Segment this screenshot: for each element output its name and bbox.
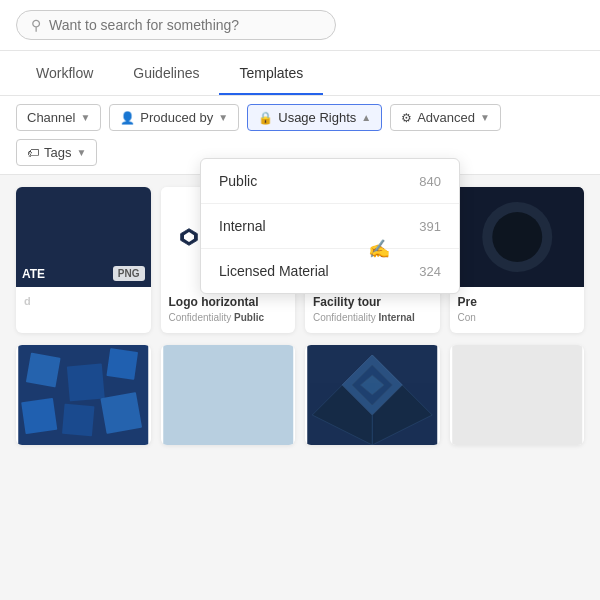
svg-rect-19 [100, 392, 142, 434]
svg-rect-28 [452, 345, 582, 445]
filter-channel[interactable]: Channel ▼ [16, 104, 101, 131]
card3-title: Facility tour [313, 295, 432, 309]
search-input[interactable] [49, 17, 321, 33]
card-pyramid[interactable] [305, 345, 440, 445]
filter-advanced[interactable]: ⚙ Advanced ▼ [390, 104, 501, 131]
advanced-icon: ⚙ [401, 111, 412, 125]
channel-label: Channel [27, 110, 75, 125]
svg-rect-20 [163, 345, 293, 445]
card-blue-cubes[interactable] [16, 345, 151, 445]
card-white-partial[interactable] [450, 345, 585, 445]
svg-rect-16 [106, 348, 138, 380]
tab-workflow[interactable]: Workflow [16, 51, 113, 95]
card4-meta: Con [458, 312, 577, 323]
card-partial-right[interactable]: Pre Con [450, 187, 585, 333]
card2-meta: Confidentiality Public [169, 312, 288, 323]
person-icon: 👤 [120, 111, 135, 125]
produced-by-label: Produced by [140, 110, 213, 125]
card-badge-png: PNG [113, 266, 145, 281]
tags-label: Tags [44, 145, 71, 160]
dropdown-item-internal[interactable]: Internal 391 [201, 204, 459, 249]
filter-tags[interactable]: 🏷 Tags ▼ [16, 139, 97, 166]
card4-thumb [450, 187, 585, 287]
lock-icon: 🔒 [258, 111, 273, 125]
card1-title: d [24, 295, 143, 307]
card-partial-left[interactable]: ATE PNG d [16, 187, 151, 333]
fabricate-icon [179, 227, 199, 247]
search-icon: ⚲ [31, 17, 41, 33]
channel-chevron-icon: ▼ [80, 112, 90, 123]
filter-produced-by[interactable]: 👤 Produced by ▼ [109, 104, 239, 131]
blue-cubes-image [16, 345, 151, 445]
tag-icon: 🏷 [27, 146, 39, 160]
card4-title: Pre [458, 295, 577, 309]
usage-rights-dropdown: Public 840 Internal 391 Licensed Materia… [200, 158, 460, 294]
svg-rect-15 [67, 363, 105, 401]
card-empty-blue[interactable] [161, 345, 296, 445]
usage-rights-label: Usage Rights [278, 110, 356, 125]
filter-usage-rights[interactable]: 🔒 Usage Rights ▲ [247, 104, 382, 131]
tags-chevron-icon: ▼ [76, 147, 86, 158]
content-grid-row2 [0, 345, 600, 457]
dropdown-item-internal-label: Internal [219, 218, 266, 234]
white-partial-image [450, 345, 585, 445]
search-bar: ⚲ [0, 0, 600, 51]
svg-point-12 [492, 212, 542, 262]
advanced-label: Advanced [417, 110, 475, 125]
dropdown-item-licensed-label: Licensed Material [219, 263, 329, 279]
nav-tabs: Workflow Guidelines Templates [0, 51, 600, 96]
svg-rect-17 [21, 398, 57, 434]
tab-templates[interactable]: Templates [219, 51, 323, 95]
produced-by-chevron-icon: ▼ [218, 112, 228, 123]
card3-meta: Confidentiality Internal [313, 312, 432, 323]
dropdown-item-licensed-material[interactable]: Licensed Material 324 [201, 249, 459, 293]
dropdown-item-internal-count: 391 [419, 219, 441, 234]
tab-guidelines[interactable]: Guidelines [113, 51, 219, 95]
dropdown-item-public[interactable]: Public 840 [201, 159, 459, 204]
empty-blue-image [161, 345, 296, 445]
dropdown-item-public-label: Public [219, 173, 257, 189]
svg-rect-14 [26, 353, 61, 388]
advanced-chevron-icon: ▼ [480, 112, 490, 123]
usage-rights-chevron-icon: ▲ [361, 112, 371, 123]
card2-title: Logo horizontal [169, 295, 288, 309]
dropdown-item-public-count: 840 [419, 174, 441, 189]
pyramid-image [305, 345, 440, 445]
svg-rect-18 [62, 404, 95, 437]
dropdown-item-licensed-count: 324 [419, 264, 441, 279]
search-input-wrap[interactable]: ⚲ [16, 10, 336, 40]
